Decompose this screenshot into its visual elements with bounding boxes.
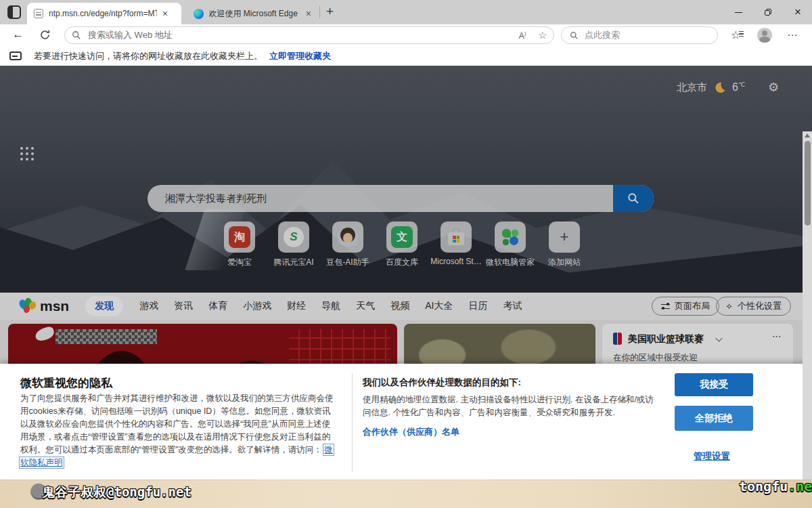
side-search-placeholder: 点此搜索 — [585, 29, 620, 41]
read-aloud-icon[interactable]: A) — [519, 30, 526, 41]
favorites-banner-icon — [9, 51, 22, 60]
scroll-up-arrow[interactable] — [805, 133, 810, 137]
back-icon[interactable]: ← — [12, 28, 24, 41]
tab-strip: ntp.msn.cn/edge/ntp?form=MT00 × 欢迎使用 Mic… — [0, 0, 812, 24]
address-bar[interactable]: 搜索或输入 Web 地址 A) ☆ — [64, 26, 554, 44]
tab-close-icon[interactable]: × — [306, 9, 311, 18]
refresh-icon[interactable] — [39, 29, 51, 43]
manage-favorites-link[interactable]: 立即管理收藏夹 — [269, 50, 331, 62]
watermark-left-text: 鬼谷子叔叔@tongfu.net — [42, 484, 191, 501]
manage-settings-link[interactable]: 管理设置 — [694, 450, 730, 463]
search-icon — [72, 30, 81, 40]
tab-ntp[interactable]: ntp.msn.cn/edge/ntp?form=MT00 × — [27, 3, 181, 24]
page-scrollbar[interactable] — [803, 131, 812, 480]
tab-actions-menu-icon[interactable] — [7, 5, 21, 19]
page-viewport: 北京市 6℃ ⚙ 湘潭大学投毒者判死刑 淘 爱淘宝 S 腾讯元宝AI 豆包-AI… — [0, 66, 812, 480]
edge-favicon — [194, 9, 204, 19]
minimize-button[interactable] — [723, 0, 753, 24]
tab-close-icon[interactable]: × — [162, 9, 168, 18]
purposes-title: 我们以及合作伙伴处理数据的目的如下: — [363, 377, 521, 389]
favbar-hint-text: 若要进行快速访问，请将你的网址收藏放在此收藏夹栏上。 — [34, 50, 263, 62]
address-placeholder: 搜索或输入 Web 地址 — [88, 29, 519, 41]
search-icon — [570, 31, 579, 40]
consent-body: 为了向您提供服务和广告并对其进行维护和改进，微软以及我们的第三方供应商会使用co… — [20, 392, 338, 469]
profile-avatar[interactable] — [757, 28, 772, 43]
watermark-right-text: tongfu.net — [739, 478, 812, 494]
page-favicon — [34, 9, 43, 18]
favorites-hub-icon[interactable]: ☆ — [731, 28, 740, 41]
tab-title: 欢迎使用 Microsoft Edge — [209, 8, 300, 20]
edge-browser-window: ntp.msn.cn/edge/ntp?form=MT00 × 欢迎使用 Mic… — [0, 0, 812, 508]
browser-toolbar: ← 搜索或输入 Web 地址 A) ☆ 点此搜索 ☆ … — [0, 24, 812, 46]
purposes-body: 使用精确的地理位置数据. 主动扫描设备特性以进行识别. 在设备上存储和/或访问信… — [363, 394, 654, 419]
privacy-consent-dialog: 微软重视您的隐私 为了向您提供服务和广告并对其进行维护和改进，微软以及我们的第三… — [0, 364, 812, 480]
favorites-bar: 若要进行快速访问，请将你的网址收藏放在此收藏夹栏上。 立即管理收藏夹 — [0, 46, 812, 66]
partners-list-link[interactable]: 合作伙伴（供应商）名单 — [363, 426, 459, 438]
restore-button[interactable] — [753, 0, 783, 24]
tab-welcome[interactable]: 欢迎使用 Microsoft Edge × — [187, 3, 318, 24]
accept-button[interactable]: 我接受 — [675, 373, 753, 396]
new-tab-button[interactable]: + — [326, 4, 334, 19]
tab-divider — [319, 6, 320, 18]
scrollbar-thumb[interactable] — [805, 141, 811, 226]
sidebar-search-box[interactable]: 点此搜索 — [561, 26, 718, 44]
tab-title: ntp.msn.cn/edge/ntp?form=MT00 — [49, 9, 157, 18]
consent-title: 微软重视您的隐私 — [20, 375, 112, 391]
favorite-star-icon[interactable]: ☆ — [538, 30, 547, 41]
dialog-divider — [352, 373, 353, 472]
reject-all-button[interactable]: 全部拒绝 — [675, 406, 753, 431]
close-window-button[interactable]: × — [783, 0, 812, 24]
settings-more-icon[interactable]: … — [787, 26, 798, 39]
